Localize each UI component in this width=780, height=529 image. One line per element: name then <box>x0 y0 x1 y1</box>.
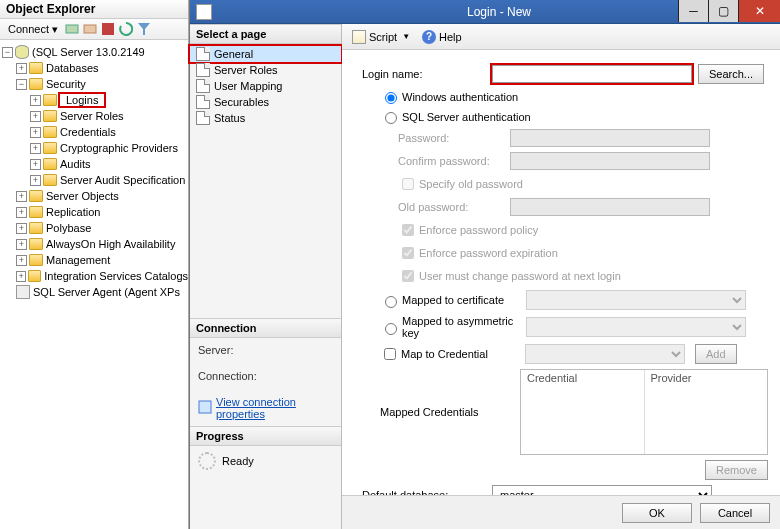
tree-alwayson[interactable]: +AlwaysOn High Availability <box>2 236 188 252</box>
agent-icon <box>16 285 30 299</box>
cancel-button[interactable]: Cancel <box>700 503 770 523</box>
tree-databases[interactable]: +Databases <box>2 60 188 76</box>
filter-icon[interactable] <box>136 21 152 37</box>
refresh-icon[interactable] <box>118 21 134 37</box>
connection-label: Connection: <box>198 370 333 382</box>
page-user-mapping[interactable]: User Mapping <box>190 78 341 94</box>
page-server-roles[interactable]: Server Roles <box>190 62 341 78</box>
password-input <box>510 129 710 147</box>
mapped-credentials-label: Mapped Credentials <box>380 406 520 418</box>
dialog-right-panel: Script▼ ?Help Login name: Search... Wind… <box>342 24 780 529</box>
enforce-policy-label: Enforce password policy <box>419 224 538 236</box>
map-asym-radio[interactable] <box>385 323 397 335</box>
expander-icon[interactable]: + <box>30 143 41 154</box>
script-button[interactable]: Script▼ <box>348 28 414 46</box>
enforce-expiration-checkbox <box>402 247 414 259</box>
minimize-button[interactable]: ─ <box>678 0 708 22</box>
tree-label: Replication <box>46 206 100 218</box>
windows-auth-radio[interactable] <box>385 92 397 104</box>
expander-icon[interactable]: + <box>16 207 27 218</box>
expander-icon[interactable]: + <box>16 63 27 74</box>
tree-label: Server Roles <box>60 110 124 122</box>
page-general[interactable]: General <box>190 46 341 62</box>
default-db-select[interactable]: master <box>492 485 712 495</box>
tree-agent[interactable]: SQL Server Agent (Agent XPs <box>2 284 188 300</box>
tree-security[interactable]: −Security <box>2 76 188 92</box>
map-asym-select <box>526 317 746 337</box>
specify-old-password-checkbox <box>402 178 414 190</box>
tree-replication[interactable]: +Replication <box>2 204 188 220</box>
svg-rect-3 <box>199 401 211 413</box>
tree-crypto-providers[interactable]: +Cryptographic Providers <box>2 140 188 156</box>
stop-icon[interactable] <box>100 21 116 37</box>
help-button[interactable]: ?Help <box>418 28 466 46</box>
tree-audits[interactable]: +Audits <box>2 156 188 172</box>
folder-icon <box>29 254 43 266</box>
progress-label: Ready <box>222 455 254 467</box>
page-securables[interactable]: Securables <box>190 94 341 110</box>
login-new-dialog: Login - New ─ ▢ ✕ Select a page General … <box>189 0 780 529</box>
maximize-button[interactable]: ▢ <box>708 0 738 22</box>
expander-icon[interactable]: + <box>30 95 41 106</box>
expander-icon[interactable]: − <box>2 47 13 58</box>
tree-server-roles[interactable]: +Server Roles <box>2 108 188 124</box>
login-name-label: Login name: <box>362 68 492 80</box>
ok-button[interactable]: OK <box>622 503 692 523</box>
specify-old-password-label: Specify old password <box>419 178 523 190</box>
expander-icon[interactable]: + <box>30 175 41 186</box>
add-credential-button: Add <box>695 344 737 364</box>
tree-management[interactable]: +Management <box>2 252 188 268</box>
folder-icon <box>43 142 57 154</box>
expander-icon[interactable]: + <box>16 223 27 234</box>
folder-icon <box>29 206 43 218</box>
map-cert-radio[interactable] <box>385 296 397 308</box>
close-button[interactable]: ✕ <box>738 0 780 22</box>
tree-label: Server Objects <box>46 190 119 202</box>
map-cred-select <box>525 344 685 364</box>
page-status[interactable]: Status <box>190 110 341 126</box>
svg-rect-0 <box>66 25 78 33</box>
expander-icon[interactable]: + <box>30 127 41 138</box>
tree-label: Server Audit Specification <box>60 174 185 186</box>
connect-server-icon[interactable] <box>64 21 80 37</box>
tree-root[interactable]: −(SQL Server 13.0.2149 <box>2 44 188 60</box>
server-label: Server: <box>198 344 333 356</box>
tree-label: SQL Server Agent (Agent XPs <box>33 286 180 298</box>
map-cred-checkbox[interactable] <box>384 348 396 360</box>
view-connection-properties-link[interactable]: View connection properties <box>216 396 333 420</box>
expander-icon[interactable]: + <box>30 111 41 122</box>
connection-header: Connection <box>190 318 341 338</box>
search-button[interactable]: Search... <box>698 64 764 84</box>
old-password-input <box>510 198 710 216</box>
remove-credential-button: Remove <box>705 460 768 480</box>
disconnect-icon[interactable] <box>82 21 98 37</box>
page-label: User Mapping <box>214 80 282 92</box>
login-name-input[interactable] <box>492 65 692 83</box>
expander-icon[interactable]: + <box>16 239 27 250</box>
properties-icon <box>198 400 212 416</box>
expander-icon[interactable]: + <box>16 271 26 282</box>
expander-icon[interactable]: − <box>16 79 27 90</box>
svg-rect-1 <box>84 25 96 33</box>
connect-button[interactable]: Connect ▾ <box>4 23 62 36</box>
tree-isc[interactable]: +Integration Services Catalogs <box>2 268 188 284</box>
progress-block: Ready <box>190 446 341 476</box>
enforce-policy-checkbox <box>402 224 414 236</box>
sql-auth-radio[interactable] <box>385 112 397 124</box>
tree-server-audit-spec[interactable]: +Server Audit Specification <box>2 172 188 188</box>
page-label: Securables <box>214 96 269 108</box>
sql-auth-label: SQL Server authentication <box>402 111 531 123</box>
pages-header: Select a page <box>190 24 341 44</box>
tree-logins[interactable]: +Logins <box>2 92 188 108</box>
old-password-label: Old password: <box>398 201 510 213</box>
tree-credentials[interactable]: +Credentials <box>2 124 188 140</box>
help-button-label: Help <box>439 31 462 43</box>
expander-icon[interactable]: + <box>16 191 27 202</box>
tree-server-objects[interactable]: +Server Objects <box>2 188 188 204</box>
expander-icon[interactable]: + <box>16 255 27 266</box>
script-button-label: Script <box>369 31 397 43</box>
expander-icon[interactable]: + <box>30 159 41 170</box>
tree-polybase[interactable]: +Polybase <box>2 220 188 236</box>
password-label: Password: <box>398 132 510 144</box>
tree-root-label: (SQL Server 13.0.2149 <box>32 46 145 58</box>
